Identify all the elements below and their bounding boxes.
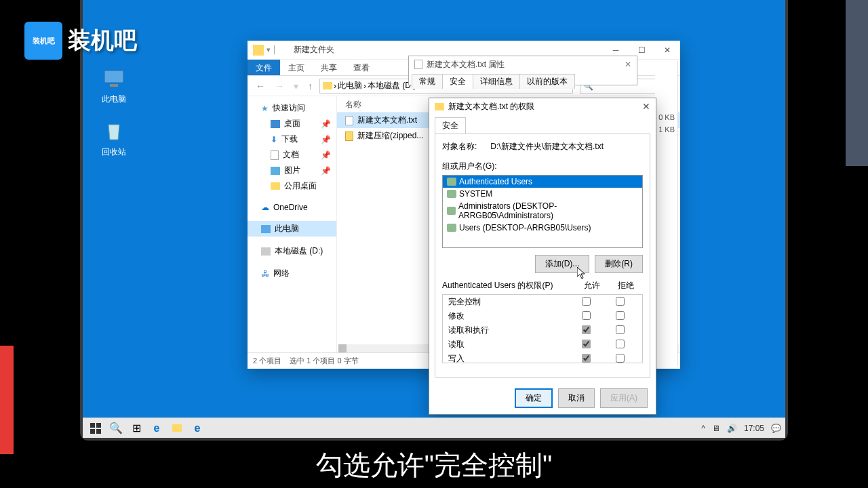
permissions-dialog[interactable]: 新建文本文档.txt 的权限 ✕ 安全 对象名称: D:\新建文件夹\新建文本文… xyxy=(429,98,656,415)
user-item[interactable]: Users (DESKTOP-ARRGB05\Users) xyxy=(443,222,642,234)
allow-checkbox[interactable] xyxy=(582,311,591,320)
nav-quick[interactable]: ★快速访问 xyxy=(248,100,336,116)
properties-titlebar[interactable]: 新建文本文档.txt 属性 ✕ xyxy=(409,56,637,73)
nav-network[interactable]: 🖧网络 xyxy=(248,266,336,281)
nav-documents[interactable]: 文档📌 xyxy=(248,147,336,163)
close-button[interactable]: ✕ xyxy=(642,101,650,112)
svg-rect-5 xyxy=(96,429,101,434)
allow-checkbox[interactable] xyxy=(582,354,591,363)
user-item[interactable]: Authenticated Users xyxy=(443,176,642,188)
desktop-icon-thispc[interactable]: 此电脑 xyxy=(94,66,134,105)
monitor-frame: 此电脑 回收站 ▾ │ 新建文件夹 ─ ☐ ✕ 文件 主页 xyxy=(80,0,788,441)
object-path: D:\新建文件夹\新建文本文档.txt xyxy=(490,141,604,152)
nav-onedrive[interactable]: ☁OneDrive xyxy=(248,201,336,214)
nav-thispc[interactable]: 此电脑 xyxy=(248,221,336,237)
desktop-icon-recycle[interactable]: 回收站 xyxy=(94,119,134,158)
permission-name: 修改 xyxy=(448,310,569,322)
volume-icon[interactable]: 🔊 xyxy=(727,424,737,433)
svg-rect-4 xyxy=(90,429,95,434)
folder-icon xyxy=(435,103,444,110)
tab-security[interactable]: 安全 xyxy=(442,74,473,89)
desktop[interactable]: 此电脑 回收站 ▾ │ 新建文件夹 ─ ☐ ✕ 文件 主页 xyxy=(83,0,785,438)
permissions-titlebar[interactable]: 新建文本文档.txt 的权限 ✕ xyxy=(429,98,656,115)
scrollbar-thumb[interactable] xyxy=(338,344,347,352)
permission-row: 修改 xyxy=(443,309,642,323)
folder-icon xyxy=(253,45,264,56)
deny-checkbox[interactable] xyxy=(616,340,625,348)
search-button[interactable]: 🔍 xyxy=(107,420,125,437)
text-file-icon xyxy=(345,116,353,125)
nav-downloads[interactable]: ⬇下载📌 xyxy=(248,131,336,147)
allow-checkbox[interactable] xyxy=(582,297,591,306)
tab-home[interactable]: 主页 xyxy=(280,60,313,75)
zip-file-icon xyxy=(345,131,353,141)
recycle-icon xyxy=(102,119,126,144)
user-item[interactable]: Administrators (DESKTOP-ARRGB05\Administ… xyxy=(443,200,642,222)
tab-view[interactable]: 查看 xyxy=(345,60,378,75)
ie-icon[interactable]: e xyxy=(189,420,206,437)
tab-previous[interactable]: 以前的版本 xyxy=(519,74,575,89)
start-button[interactable] xyxy=(87,420,104,437)
folder-icon xyxy=(323,82,332,89)
deny-checkbox[interactable] xyxy=(616,325,625,334)
channel-logo: 装机吧 装机吧 xyxy=(24,22,137,60)
taskbar[interactable]: 🔍 ⊞ e e ^ 🖥 🔊 17:05 💬 xyxy=(83,418,785,438)
network-icon[interactable]: 🖥 xyxy=(712,424,720,433)
tray[interactable]: ^ 🖥 🔊 17:05 💬 xyxy=(701,424,781,433)
permission-row: 读取 xyxy=(443,338,642,352)
nav-desktop[interactable]: 桌面📌 xyxy=(248,116,336,131)
nav-tree[interactable]: ★快速访问 桌面📌 ⬇下载📌 文档📌 图片📌 公用桌面 ☁OneDrive 此电… xyxy=(248,96,337,352)
user-icon xyxy=(447,224,456,232)
subtitle-text: 勾选允许"完全控制" xyxy=(0,447,868,484)
properties-dialog[interactable]: 新建文本文档.txt 属性 ✕ 常规 安全 详细信息 以前的版本 xyxy=(408,56,637,85)
tab-file[interactable]: 文件 xyxy=(248,60,280,75)
svg-rect-2 xyxy=(90,423,95,428)
notification-icon[interactable]: 💬 xyxy=(771,424,781,433)
user-icon xyxy=(447,178,456,186)
tab-details[interactable]: 详细信息 xyxy=(473,74,520,89)
cancel-button[interactable]: 取消 xyxy=(558,388,595,408)
logo-square: 装机吧 xyxy=(24,22,62,60)
permission-row: 写入 xyxy=(443,352,642,363)
explorer-size-column: 0 KB 1 KB xyxy=(655,61,678,366)
apply-button[interactable]: 应用(A) xyxy=(600,388,648,408)
nav-recent[interactable]: ▾ xyxy=(291,79,301,93)
permissions-table[interactable]: 完全控制 修改 读取和执行 读取 写入 xyxy=(442,294,643,363)
logo-text: 装机吧 xyxy=(68,25,137,56)
deny-checkbox[interactable] xyxy=(616,311,625,320)
permissions-title: 新建文本文档.txt 的权限 xyxy=(448,101,534,113)
deny-checkbox[interactable] xyxy=(616,297,625,306)
tray-up-icon[interactable]: ^ xyxy=(701,424,705,433)
pc-icon xyxy=(102,66,126,91)
svg-rect-1 xyxy=(110,84,118,87)
groups-label: 组或用户名(G): xyxy=(442,161,643,172)
permission-row: 读取和执行 xyxy=(443,323,642,338)
explorer-icon[interactable] xyxy=(168,420,186,437)
user-item[interactable]: SYSTEM xyxy=(443,188,642,200)
nav-local-d[interactable]: 本地磁盘 (D:) xyxy=(248,243,336,259)
ok-button[interactable]: 确定 xyxy=(515,388,553,408)
nav-forward[interactable]: → xyxy=(272,79,287,93)
tab-security[interactable]: 安全 xyxy=(435,117,466,134)
user-group-list[interactable]: Authenticated Users SYSTEM Administrator… xyxy=(442,175,643,248)
breadcrumb-seg[interactable]: 此电脑 xyxy=(338,80,362,92)
deny-checkbox[interactable] xyxy=(616,354,625,363)
permission-name: 写入 xyxy=(448,353,569,363)
allow-checkbox[interactable] xyxy=(582,325,591,334)
nav-back[interactable]: ← xyxy=(253,79,268,93)
nav-pictures[interactable]: 图片📌 xyxy=(248,163,336,178)
nav-up[interactable]: ↑ xyxy=(305,79,315,93)
clock[interactable]: 17:05 xyxy=(744,424,764,433)
remove-button[interactable]: 删除(R) xyxy=(595,255,643,273)
allow-checkbox[interactable] xyxy=(582,340,591,348)
add-button[interactable]: 添加(D)... xyxy=(535,255,590,273)
nav-public[interactable]: 公用桌面 xyxy=(248,178,336,194)
taskview-button[interactable]: ⊞ xyxy=(127,420,145,437)
edge-icon[interactable]: e xyxy=(148,420,165,437)
object-label: 对象名称: xyxy=(442,141,477,152)
window-title: 新建文件夹 xyxy=(294,44,334,56)
tab-general[interactable]: 常规 xyxy=(412,74,443,89)
close-button[interactable]: ✕ xyxy=(654,41,680,60)
close-button[interactable]: ✕ xyxy=(625,60,631,69)
tab-share[interactable]: 共享 xyxy=(313,60,345,75)
